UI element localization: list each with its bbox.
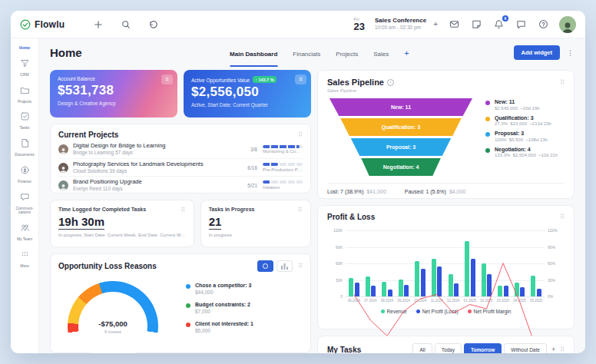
bar-revenue [515, 283, 519, 296]
drag-handle-icon[interactable]: ⠿ [560, 346, 565, 353]
loss-legend-item[interactable]: Budget constraints: 2$7,000 [186, 302, 303, 314]
more-options-icon[interactable]: ⋮ [567, 49, 574, 57]
sidebar-item-finance[interactable]: Finance [11, 161, 38, 188]
create-plus-icon[interactable] [92, 18, 104, 31]
bar-group[interactable] [465, 230, 475, 296]
notes-icon[interactable] [470, 18, 482, 31]
project-row[interactable]: Photography Services for Landmark Develo… [58, 158, 303, 176]
sidebar-item-projects[interactable]: Projects [11, 81, 38, 108]
add-tab-plus-icon[interactable]: + [404, 41, 409, 67]
finance-icon [20, 164, 30, 178]
donut-view-toggle[interactable] [257, 260, 273, 272]
bar-group[interactable] [482, 230, 492, 296]
drag-handle-icon[interactable]: ⠿ [560, 213, 565, 220]
loss-legend-item[interactable]: Chose a competitor: 3$44,000 [186, 283, 303, 295]
bar-group[interactable] [349, 230, 359, 296]
drag-handle-icon[interactable]: ⠿ [295, 74, 306, 84]
task-filter-tomorrow[interactable]: Tomorrow [464, 343, 502, 353]
x-axis-label: 06.2024 [346, 299, 363, 303]
bar-group[interactable] [432, 230, 442, 296]
drag-handle-icon[interactable]: ⠿ [294, 205, 306, 215]
add-widget-button[interactable]: Add widget [514, 45, 560, 60]
drag-handle-icon[interactable]: ⠿ [560, 79, 565, 86]
user-avatar[interactable] [559, 16, 576, 33]
drag-handle-icon[interactable]: ⠿ [298, 263, 303, 270]
pipeline-legend-item[interactable]: New: 11$2,545,000 ~20d 19h [485, 99, 565, 111]
pipeline-subtitle: Sales Pipeline [327, 88, 565, 93]
project-row[interactable]: Brand Positioning UpgradeEvelyn Reed 110… [58, 176, 303, 194]
bar-group[interactable] [382, 230, 392, 296]
tab-sales[interactable]: Sales [373, 41, 389, 67]
task-filter-without-date[interactable]: Without Date [504, 343, 547, 353]
pipeline-legend-item[interactable]: Negotiation: 4133.3% $2,504,000 ~10d 21h [485, 147, 565, 158]
mail-icon[interactable] [448, 18, 460, 31]
drag-handle-icon[interactable]: ⠿ [298, 131, 303, 138]
drag-handle-icon[interactable]: ⠿ [161, 74, 173, 84]
calendar-date[interactable]: Fri 23 [354, 17, 365, 31]
bar-net-profit-loss- [404, 285, 409, 296]
legend-stats: $2,545,000 ~20d 19h [495, 106, 540, 111]
bar-revenue [366, 276, 370, 296]
info-icon[interactable]: i [387, 79, 394, 86]
account-balance-card[interactable]: Account Balance $531,738 Design & Creati… [50, 70, 177, 117]
desktop-background: Flowlu Fri 23 Sales Conference 10:00 am … [0, 0, 596, 364]
chart-legend-item[interactable]: Revenue [381, 309, 407, 314]
sidebar-item-home[interactable]: Home [11, 41, 38, 55]
chart-legend-item[interactable]: Net Profit (Loss) [416, 309, 459, 314]
project-row[interactable]: Digital Design for Bridge to LearningBri… [58, 141, 303, 158]
loss-legend-item[interactable]: Client not interested: 1$5,000 [186, 321, 303, 333]
pipeline-legend-item[interactable]: Qualification: 327.3% $23,000 ~213d 23h [485, 115, 565, 127]
sidebar-item-more[interactable]: More [11, 246, 38, 273]
funnel-stage-1[interactable]: New: 11 [327, 98, 475, 116]
tasks-in-progress-card[interactable]: Tasks in Progress 21 In progress ⠿ [200, 200, 311, 247]
project-subtitle: Bridge to Learning 57 days [73, 150, 246, 156]
legend-label: New: 11 [495, 99, 540, 104]
sidebar-item-my-team[interactable]: My Team [11, 219, 38, 246]
funnel-stage-2[interactable]: Qualification: 3 [327, 118, 475, 136]
opportunities-value-card[interactable]: Active Opportunities Value↑ 143.7 % $2,5… [184, 70, 311, 117]
funnel-stage-3[interactable]: Proposal: 3 [327, 138, 475, 156]
legend-text: Qualification: 327.3% $23,000 ~213d 23h [495, 115, 551, 127]
bar-view-toggle[interactable] [276, 260, 293, 272]
sidebar-item-crm[interactable]: CRM [11, 55, 38, 81]
bar-group[interactable] [399, 230, 409, 296]
chat-icon[interactable] [515, 18, 527, 31]
loss-gauge-chart[interactable]: -$75,000 6 losses [58, 276, 174, 347]
search-icon[interactable] [120, 18, 132, 31]
app-logo[interactable]: Flowlu [20, 19, 65, 30]
sidebar-item-label: Projects [17, 100, 32, 104]
donut-chart-icon [263, 263, 268, 269]
pipeline-legend-item[interactable]: Proposal: 3100% $5,500 ~108d 13h [485, 131, 565, 142]
history-icon[interactable] [147, 18, 160, 31]
sidebar-item-label: More [19, 264, 29, 269]
bar-group[interactable] [531, 230, 541, 296]
chart-legend-item[interactable]: Net Profit Margin [468, 309, 512, 314]
bar-group[interactable] [415, 230, 425, 296]
funnel-stage-4[interactable]: Negotiation: 4 [327, 158, 475, 176]
task-filter-today[interactable]: Today [435, 343, 462, 353]
sidebar-item-documents[interactable]: Documents [11, 134, 38, 161]
add-filter-plus-icon[interactable]: + [551, 346, 555, 353]
bar-net-profit-loss- [454, 283, 459, 296]
tab-projects[interactable]: Projects [336, 41, 358, 67]
add-event-plus-icon[interactable]: + [433, 20, 438, 28]
bar-net-profit-loss- [355, 283, 359, 296]
bar-group[interactable] [515, 230, 525, 296]
sidebar-item-tasks[interactable]: Tasks [11, 108, 38, 134]
calendar-event[interactable]: Sales Conference 10:00 am - 02:30 pm [375, 17, 426, 31]
time-logged-card[interactable]: Time Logged for Completed Tasks 19h 30m … [50, 200, 194, 247]
tab-financials[interactable]: Financials [293, 41, 320, 67]
tab-main-dashboard[interactable]: Main Dashboard [230, 41, 277, 67]
bar-group[interactable] [498, 230, 508, 296]
profit-loss-chart[interactable]: 120K120%90K90%60K60%30K30%00% [346, 230, 545, 296]
sidebar-item-communi-cations[interactable]: Communi- cations [11, 188, 38, 220]
help-icon[interactable] [537, 18, 549, 31]
notifications-bell-icon[interactable]: 6 [492, 18, 505, 31]
kpi-caption: Design & Creative Agency [58, 101, 170, 106]
footer-label: Lost: 7 (38.9%) [327, 189, 363, 194]
legend-dot [485, 132, 490, 137]
task-filter-all[interactable]: All [412, 343, 432, 353]
drag-handle-icon[interactable]: ⠿ [177, 205, 189, 215]
bar-group[interactable] [366, 230, 376, 296]
bar-group[interactable] [449, 230, 459, 296]
